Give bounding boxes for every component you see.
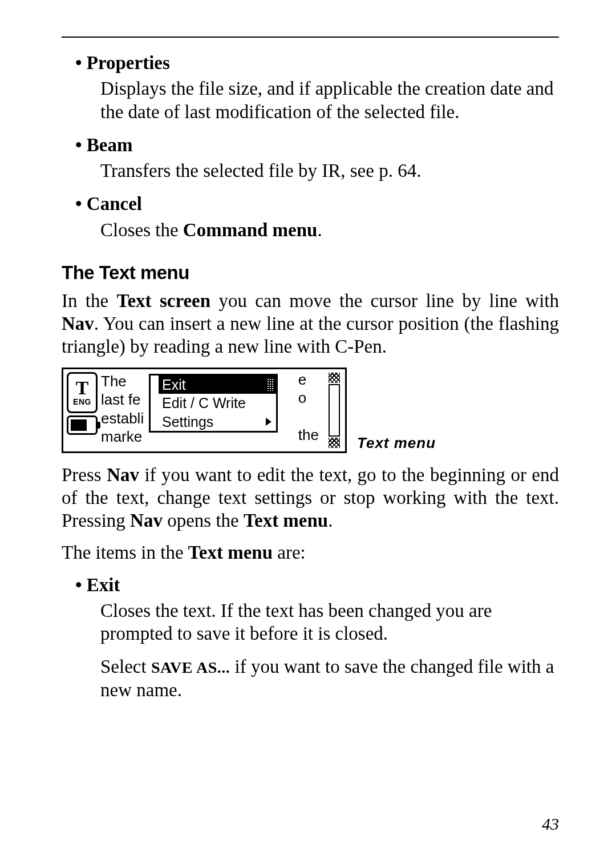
text: opens the [163, 510, 244, 531]
lcd-left-icons: T ENG [67, 372, 98, 450]
figure-row: T ENG The last fe establi marke Exit Edi… [62, 368, 559, 453]
paragraph: The items in the Text menu are: [62, 541, 559, 564]
bullet-exit: Exit Closes the text. If the text has be… [75, 574, 559, 701]
text: are: [273, 542, 306, 563]
text: . You can insert a new line at the curso… [62, 313, 559, 357]
bold-text: Text screen [116, 290, 210, 311]
text: Closes the [100, 220, 183, 240]
top-rule [62, 37, 559, 38]
section-heading: The Text menu [62, 262, 559, 284]
bold-text: Text menu [244, 510, 328, 531]
lang-label: ENG [73, 397, 91, 406]
bullet-title: Properties [75, 51, 559, 75]
scroll-track [329, 384, 340, 437]
text: The items in the [62, 542, 188, 563]
scrollbar [327, 373, 342, 448]
menu-label: Exit [162, 376, 186, 394]
smallcaps-text: SAVE AS... [151, 659, 230, 676]
bullet-title: Exit [75, 574, 559, 597]
page-number: 43 [542, 814, 559, 834]
menu-label: Edit / C Write [162, 394, 246, 413]
bullet-cancel: Cancel Closes the Command menu. [75, 192, 559, 241]
text: Press [62, 465, 107, 485]
bullet-desc: Closes the text. If the text has been ch… [100, 599, 559, 645]
bullet-desc: Closes the Command menu. [100, 219, 559, 241]
bg-char: o [298, 389, 319, 407]
t-glyph: T [76, 380, 89, 397]
menu-item-exit: Exit [151, 376, 276, 394]
paragraph: In the Text screen you can move the curs… [62, 289, 559, 358]
paragraph: Press Nav if you want to edit the text, … [62, 463, 559, 532]
lcd-screenshot: T ENG The last fe establi marke Exit Edi… [62, 368, 347, 453]
battery-icon [67, 415, 98, 435]
bold-text: Text menu [188, 542, 273, 563]
bg-char: the [298, 426, 319, 445]
text: . [328, 510, 333, 531]
text: . [317, 220, 322, 240]
bullet-properties: Properties Displays the file size, and i… [75, 51, 559, 123]
bold-text: Command menu [183, 220, 318, 240]
scroll-down-icon [329, 438, 340, 448]
bullet-desc: Displays the file size, and if applicabl… [100, 77, 559, 123]
bullet-desc: Select SAVE AS... if you want to save th… [100, 655, 559, 701]
bold-text: Nav [62, 313, 94, 334]
text: Select [100, 656, 151, 677]
bg-char: e [298, 370, 319, 389]
text-mode-icon: T ENG [67, 372, 98, 413]
figure-caption: Text menu [357, 434, 436, 453]
bullet-desc: Transfers the selected file by IR, see p… [100, 159, 559, 182]
text-menu-popup: Exit Edit / C Write Settings [149, 374, 278, 433]
menu-item-settings: Settings [151, 413, 276, 431]
bullet-beam: Beam Transfers the selected file by IR, … [75, 134, 559, 183]
bold-text: Nav [130, 510, 163, 531]
menu-label: Settings [162, 413, 213, 431]
bold-text: Nav [107, 465, 139, 485]
menu-item-edit: Edit / C Write [151, 394, 276, 413]
submenu-arrow-icon [266, 418, 271, 426]
bullet-title: Cancel [75, 192, 559, 216]
text: In the [62, 290, 116, 311]
lcd-right-text: e o the [298, 370, 319, 445]
scroll-up-icon [329, 373, 340, 383]
dotted-scroll-icon [267, 378, 274, 391]
text: you can move the cursor line by line wit… [210, 290, 559, 311]
bullet-title: Beam [75, 134, 559, 157]
